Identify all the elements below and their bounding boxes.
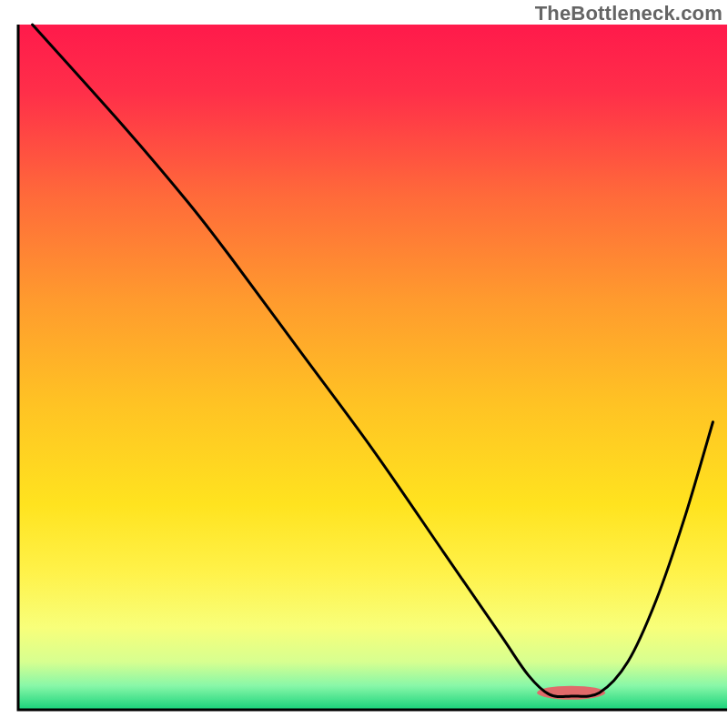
chart-container: TheBottleneck.com: [0, 0, 728, 728]
plot-area: [18, 25, 727, 710]
bottleneck-chart: [0, 0, 728, 728]
watermark-text: TheBottleneck.com: [535, 2, 723, 25]
